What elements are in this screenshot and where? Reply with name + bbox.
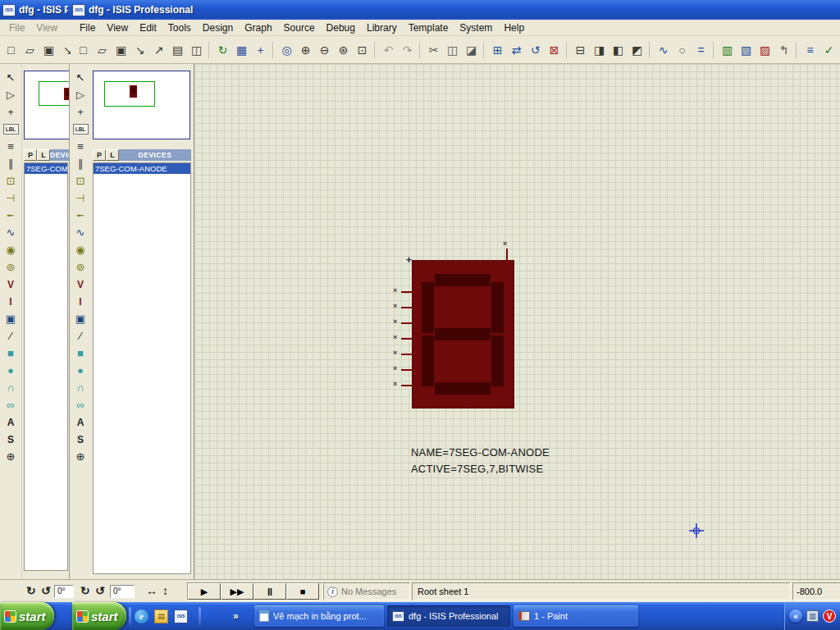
property-assignment-icon[interactable]: = <box>692 40 710 60</box>
7seg-display-component[interactable] <box>413 261 514 408</box>
taskbar-task-ve-mach[interactable]: Vẽ mạch in bằng prot... <box>254 605 384 627</box>
line-2d-icon[interactable]: ∕ <box>72 327 89 345</box>
tray-display-icon[interactable]: ▥ <box>806 610 819 622</box>
stop-button[interactable]: ■ <box>286 583 319 600</box>
symbol-2d-icon[interactable]: S <box>72 431 89 448</box>
block-move-icon[interactable]: ⇄ <box>507 40 526 60</box>
pick-devices-button[interactable]: P <box>93 149 106 161</box>
box-2d-icon[interactable]: ■ <box>72 345 89 362</box>
subcircuit-icon[interactable]: ⊡ <box>2 172 19 189</box>
junction-dot-icon[interactable]: + <box>72 103 89 121</box>
block-rotate-icon[interactable]: ↺ <box>526 40 545 60</box>
text-2d-icon[interactable]: A <box>72 413 89 431</box>
menu-item[interactable]: Source <box>278 21 321 35</box>
terminal-mode-icon[interactable]: ⊣ <box>2 189 19 207</box>
internet-explorer-icon[interactable]: e <box>135 609 148 623</box>
arc-2d-icon[interactable]: ∩ <box>72 379 89 396</box>
component-mode-icon[interactable]: ▷ <box>2 86 19 103</box>
taskbar-task-isis[interactable]: ISIS dfg - ISIS Professional <box>387 605 510 627</box>
toggle-grid-icon[interactable]: ▦ <box>232 40 251 60</box>
generator-icon[interactable]: ⊚ <box>2 258 19 276</box>
text-script-icon[interactable]: ≡ <box>72 138 89 155</box>
tray-antivirus-icon[interactable]: V <box>823 609 836 623</box>
new-sheet-icon[interactable]: ▧ <box>737 40 756 60</box>
menu-item[interactable]: View <box>30 21 63 35</box>
center-at-cursor-icon[interactable]: ◎ <box>277 40 296 60</box>
menu-item[interactable]: Help <box>498 21 530 35</box>
undo-icon[interactable]: ↶ <box>379 40 398 60</box>
refresh-display-icon[interactable]: ↻ <box>213 40 232 60</box>
step-button[interactable]: ▶▶ <box>221 583 253 600</box>
rotate-anticlockwise-icon[interactable]: ↺ <box>95 584 105 597</box>
zoom-in-icon[interactable]: ⊕ <box>296 40 315 60</box>
virtual-instruments-icon[interactable]: ▣ <box>2 310 19 327</box>
generator-icon[interactable]: ⊚ <box>72 258 89 276</box>
play-button[interactable]: ▶ <box>188 583 221 600</box>
mirror-vertical-icon[interactable]: ↕ <box>162 584 168 597</box>
zoom-all-icon[interactable]: ⊛ <box>334 40 353 60</box>
save-design-icon[interactable]: ▣ <box>112 40 130 60</box>
toggle-origin-icon[interactable]: + <box>251 40 270 60</box>
new-design-icon[interactable]: □ <box>74 40 93 60</box>
open-design-icon[interactable]: ▱ <box>93 40 112 60</box>
junction-dot-icon[interactable]: + <box>2 103 19 121</box>
menu-item[interactable]: Edit <box>134 21 162 35</box>
library-manager-button[interactable]: L <box>106 149 119 161</box>
selection-pointer-icon[interactable]: ↖ <box>2 69 19 86</box>
text-script-icon[interactable]: ≡ <box>2 138 19 155</box>
library-manager-button[interactable]: L <box>37 149 50 161</box>
bus-icon[interactable]: ∥ <box>2 155 19 172</box>
menu-item[interactable]: Template <box>403 21 454 35</box>
start-button[interactable]: start <box>72 602 126 630</box>
import-section-icon[interactable]: ↘ <box>130 40 149 60</box>
menu-item[interactable]: Tools <box>162 21 197 35</box>
tape-recorder-icon[interactable]: ◉ <box>72 241 89 258</box>
isis-quick-launch-icon[interactable]: ISIS <box>174 609 188 623</box>
search-tag-icon[interactable]: ○ <box>673 40 692 60</box>
block-copy-icon[interactable]: ⊞ <box>488 40 507 60</box>
new-design-icon[interactable]: □ <box>2 40 21 60</box>
cut-icon[interactable]: ✂ <box>424 40 443 60</box>
arc-2d-icon[interactable]: ∩ <box>2 379 19 396</box>
rotation-angle-field[interactable]: 0° <box>110 585 135 598</box>
tray-chevron-icon[interactable]: « <box>789 609 802 623</box>
rotate-clockwise-icon[interactable]: ↻ <box>80 584 90 597</box>
start-button-background[interactable]: start <box>0 602 54 630</box>
schematic-canvas[interactable]: + NAME=7SEG-COM-ANODE ACTIVE=7SEG,7,BITW… <box>194 64 840 579</box>
subcircuit-icon[interactable]: ⊡ <box>72 172 89 189</box>
export-section-icon[interactable]: ↗ <box>149 40 168 60</box>
menu-item[interactable]: Library <box>361 21 403 35</box>
path-2d-icon[interactable]: ∞ <box>2 396 19 413</box>
circle-2d-icon[interactable]: ● <box>2 362 19 379</box>
device-pin-icon[interactable]: ╾ <box>72 207 89 224</box>
current-probe-icon[interactable]: I <box>72 293 89 310</box>
print-icon[interactable]: ▤ <box>168 40 187 60</box>
electrical-rule-check-icon[interactable]: ✓ <box>819 40 838 60</box>
menu-item[interactable]: Graph <box>239 21 277 35</box>
device-item-7seg-com-anode[interactable]: 7SEG-COM-ANODE <box>94 163 190 174</box>
menu-item[interactable]: Design <box>197 21 239 35</box>
menu-item[interactable]: Edit <box>63 21 69 35</box>
decompose-icon[interactable]: ◩ <box>628 40 646 60</box>
voltage-probe-icon[interactable]: V <box>72 276 89 293</box>
open-design-icon[interactable]: ▱ <box>21 40 39 60</box>
wire-label-icon[interactable]: LBL <box>3 124 19 135</box>
path-2d-icon[interactable]: ∞ <box>72 396 89 413</box>
block-delete-icon[interactable]: ⊠ <box>545 40 564 60</box>
wire-label-icon[interactable]: LBL <box>73 124 89 135</box>
device-item-7seg-com-anode[interactable]: 7SEG-COM-ANODE <box>25 163 67 174</box>
wire-autorouter-icon[interactable]: ∿ <box>654 40 673 60</box>
box-2d-icon[interactable]: ■ <box>2 345 19 362</box>
device-pin-icon[interactable]: ╾ <box>2 207 19 224</box>
taskbar-task-paint[interactable]: 1 - Paint <box>514 605 638 627</box>
exit-to-parent-icon[interactable]: ↰ <box>774 40 793 60</box>
terminal-mode-icon[interactable]: ⊣ <box>72 189 89 207</box>
bill-of-materials-icon[interactable]: ≡ <box>801 40 819 60</box>
graph-mode-icon[interactable]: ∿ <box>72 224 89 241</box>
redo-icon[interactable]: ↷ <box>398 40 417 60</box>
zoom-area-icon[interactable]: ⊡ <box>353 40 372 60</box>
line-2d-icon[interactable]: ∕ <box>2 327 19 345</box>
selection-pointer-icon[interactable]: ↖ <box>72 69 89 86</box>
paste-icon[interactable]: ◪ <box>462 40 481 60</box>
menu-item[interactable]: View <box>101 21 134 35</box>
